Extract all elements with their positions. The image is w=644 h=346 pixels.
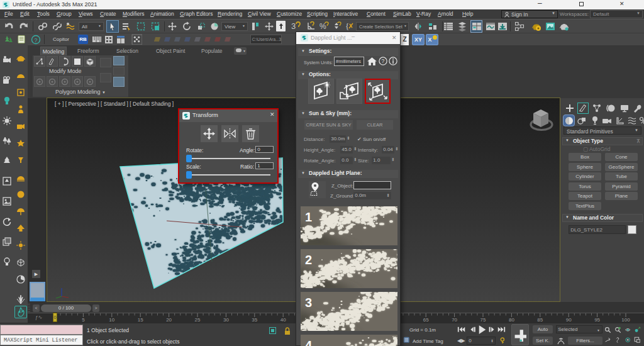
svg-text:25: 25 — [195, 317, 201, 323]
svg-text:85: 85 — [537, 317, 543, 323]
svg-text:90: 90 — [566, 317, 572, 323]
svg-text:20: 20 — [166, 317, 172, 323]
svg-text:1: 1 — [305, 210, 312, 224]
svg-text:{: { — [345, 21, 349, 31]
svg-text:80: 80 — [509, 317, 514, 323]
svg-text:30: 30 — [223, 317, 229, 323]
svg-text:15: 15 — [138, 317, 143, 323]
svg-text:70: 70 — [452, 317, 457, 323]
svg-text:3: 3 — [291, 21, 296, 31]
svg-text:%: % — [319, 22, 326, 31]
svg-text:2: 2 — [305, 253, 312, 267]
svg-text:5: 5 — [82, 317, 85, 323]
svg-text:75: 75 — [480, 317, 486, 323]
svg-text:10: 10 — [109, 317, 114, 323]
svg-text:3: 3 — [305, 296, 312, 310]
svg-text:40: 40 — [280, 317, 286, 323]
svg-text:65: 65 — [423, 317, 429, 323]
svg-text:95: 95 — [594, 317, 600, 323]
svg-text:?: ? — [34, 37, 37, 43]
svg-text:35: 35 — [252, 317, 257, 323]
svg-text:100: 100 — [621, 317, 630, 323]
svg-text:4: 4 — [305, 338, 313, 346]
svg-text:?: ? — [382, 58, 385, 64]
